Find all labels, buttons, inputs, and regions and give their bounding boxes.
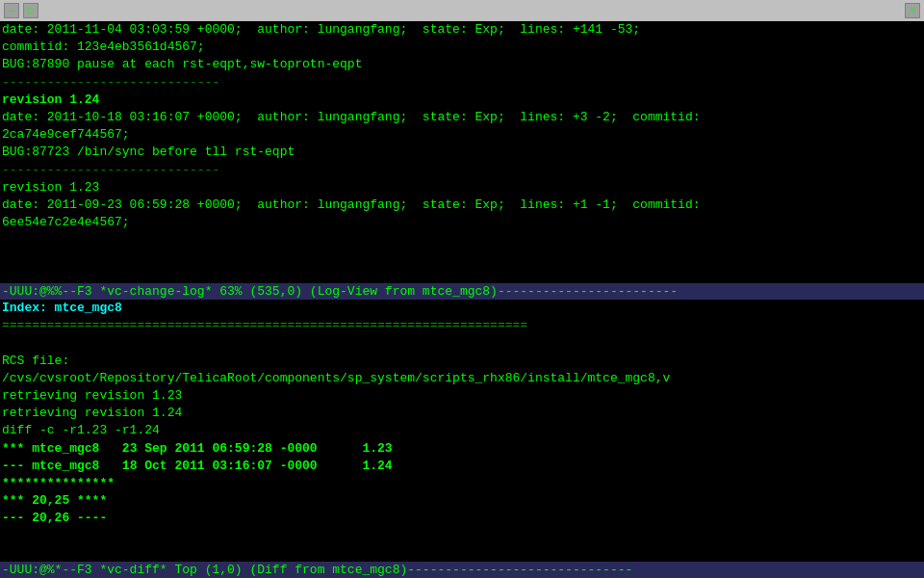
top-pane: date: 2011-11-04 03:03:59 +0000; author:… (0, 21, 924, 283)
titlebar-controls-left: — □ (4, 3, 38, 18)
bottom-statusbar: -UUU:@%*--F3 *vc-diff* Top (1,0) (Diff f… (0, 562, 924, 578)
titlebar: — □ × (0, 0, 924, 21)
top-statusbar: -UUU:@%%--F3 *vc-change-log* 63% (535,0)… (0, 283, 924, 300)
top-pane-text: date: 2011-11-04 03:03:59 +0000; author:… (2, 21, 922, 231)
minimize-button[interactable]: — (4, 3, 19, 18)
restore-button[interactable]: □ (23, 3, 38, 18)
top-statusbar-text: -UUU:@%%--F3 *vc-change-log* 63% (535,0)… (2, 284, 678, 299)
terminal-content: date: 2011-11-04 03:03:59 +0000; author:… (0, 21, 924, 578)
terminal-window: — □ × date: 2011-11-04 03:03:59 +0000; a… (0, 0, 924, 578)
bottom-pane-text: Index: mtce_mgc8 =======================… (2, 300, 922, 527)
bottom-pane: Index: mtce_mgc8 =======================… (0, 300, 924, 562)
close-button[interactable]: × (905, 3, 920, 18)
titlebar-controls-right: × (905, 3, 920, 18)
bottom-statusbar-text: -UUU:@%*--F3 *vc-diff* Top (1,0) (Diff f… (2, 563, 632, 577)
